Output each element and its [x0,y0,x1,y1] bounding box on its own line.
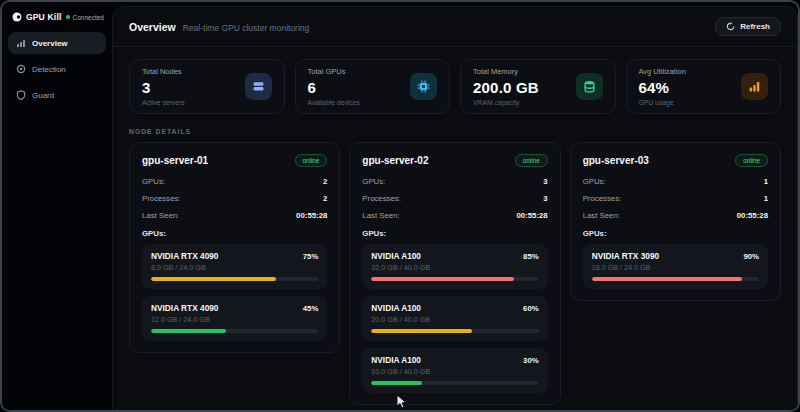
stat-card-avg-utilization: Avg Utilization 64% GPU usage [626,59,782,114]
node-card-gpu-server-02: gpu-server-02 online GPUs:3 Processes:3 … [349,142,560,405]
utilization-bar [151,277,318,281]
sidebar-item-overview[interactable]: Overview [8,32,106,54]
section-label-node-details: NODE DETAILS [129,128,781,135]
chip-icon [410,73,437,100]
sidebar: GPU Kill Connected Overview Detection Gu… [2,2,112,412]
gpu-row: NVIDIA A10030% 10.0 GB / 40.0 GB [362,348,547,393]
node-name: gpu-server-03 [583,155,649,166]
server-icon [245,73,272,100]
node-card-gpu-server-03: gpu-server-03 online GPUs:1 Processes:1 … [570,142,781,301]
utilization-bar [592,277,759,281]
stat-card-total-gpus: Total GPUs 6 Available devices [295,59,451,114]
stat-value: 6 [308,79,360,96]
status-badge: online [735,154,768,167]
page-subtitle: Real-time GPU cluster monitoring [183,23,310,33]
node-name: gpu-server-02 [362,155,428,166]
status-badge: online [295,154,328,167]
connection-status: Connected [66,14,104,21]
stat-card-total-memory: Total Memory 200.0 GB VRAM capacity [460,59,616,114]
gpu-row: NVIDIA RTX 409075% 8.0 GB / 24.0 GB [142,244,327,289]
bar-chart-icon [16,38,26,48]
nodes-grid: gpu-server-01 online GPUs:2 Processes:2 … [129,142,781,405]
status-badge: online [515,154,548,167]
utilization-bar [371,329,538,333]
stat-value: 64% [639,79,686,96]
stat-value: 3 [142,79,185,96]
bar-chart-icon [741,73,768,100]
sidebar-item-label: Guard [32,91,54,100]
node-card-gpu-server-01: gpu-server-01 online GPUs:2 Processes:2 … [129,142,340,353]
gpu-row: NVIDIA RTX 409045% 12.0 GB / 24.0 GB [142,296,327,341]
refresh-button[interactable]: Refresh [715,17,781,36]
brand-row: GPU Kill Connected [8,10,106,32]
gpu-row: NVIDIA A10060% 20.0 GB / 40.0 GB [362,296,547,341]
page-header: Overview Real-time GPU cluster monitorin… [113,7,797,47]
stats-row: Total Nodes 3 Active servers Total GPUs … [129,59,781,114]
sidebar-item-detection[interactable]: Detection [8,58,106,80]
app-name: GPU Kill [26,12,62,22]
sidebar-item-label: Detection [32,65,66,74]
utilization-bar [371,277,538,281]
page-title: Overview [129,21,176,33]
stat-card-total-nodes: Total Nodes 3 Active servers [129,59,285,114]
main-panel: Overview Real-time GPU cluster monitorin… [112,6,798,412]
utilization-bar [151,329,318,333]
node-name: gpu-server-01 [142,155,208,166]
app-logo-icon [12,12,22,22]
connected-dot-icon [66,15,70,19]
utilization-bar [371,381,538,385]
gpu-row: NVIDIA RTX 309090% 18.0 GB / 24.0 GB [583,244,768,289]
sidebar-item-guard[interactable]: Guard [8,84,106,106]
stat-value: 200.0 GB [473,79,539,96]
target-icon [16,64,26,74]
refresh-icon [726,22,735,31]
gpu-row: NVIDIA A10085% 32.0 GB / 40.0 GB [362,244,547,289]
gpu-kill-dashboard: GPU Kill Connected Overview Detection Gu… [0,0,800,412]
shield-icon [16,90,26,100]
sidebar-item-label: Overview [32,39,68,48]
database-icon [576,73,603,100]
